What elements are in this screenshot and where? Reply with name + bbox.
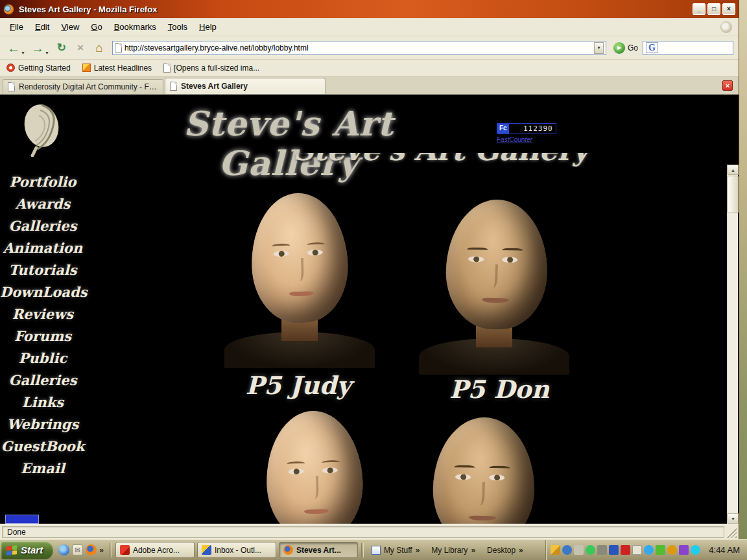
tray-icon[interactable] (621, 545, 630, 555)
tab-label: Steves Art Gallery (181, 82, 248, 91)
back-button[interactable]: ← ▼ (5, 40, 27, 56)
url-dropdown-icon[interactable]: ▼ (594, 42, 604, 54)
search-input[interactable] (661, 43, 730, 52)
url-input[interactable] (124, 43, 594, 52)
sidebar-item-tutorials[interactable]: Tutorials (0, 259, 86, 281)
sidebar-item-reviews[interactable]: Reviews (0, 303, 86, 325)
reload-button[interactable]: ↻ (53, 40, 70, 56)
partial-sidebar-element[interactable] (5, 515, 39, 524)
tab-renderosity[interactable]: Renderosity Digital Art Community - Foru… (3, 79, 163, 94)
tray-icon[interactable] (656, 545, 665, 555)
resize-grip[interactable] (726, 526, 737, 538)
windows-logo-icon (6, 545, 17, 555)
scroll-down-icon[interactable]: ▼ (728, 513, 739, 524)
tray-icon[interactable] (597, 545, 607, 555)
home-button[interactable]: ⌂ (91, 40, 108, 56)
sidebar-item-galleries[interactable]: Galleries (0, 215, 86, 237)
head-image-row2-right[interactable] (429, 417, 533, 524)
tab-steves-art-gallery[interactable]: Steves Art Gallery (165, 78, 326, 94)
sidebar-item-downloads[interactable]: DownLoads (0, 281, 86, 303)
forward-button[interactable]: → ▼ (29, 40, 51, 56)
head-image-row2-left[interactable] (263, 411, 366, 524)
sidebar-item-links[interactable]: Links (0, 391, 86, 414)
bookmark-label: Latest Headlines (94, 64, 152, 73)
firefox-quicklaunch-icon[interactable] (86, 544, 97, 555)
task-button-outlook[interactable]: Inbox - Outl... (197, 542, 276, 558)
toolbar-my-library[interactable]: My Library » (425, 546, 481, 555)
sidebar-item-forums[interactable]: Forums (0, 325, 86, 347)
quicklaunch-overflow-chevron-icon[interactable]: » (99, 546, 104, 555)
bookmark-latest-headlines[interactable]: Latest Headlines (82, 64, 152, 73)
close-tab-button[interactable]: × (722, 80, 733, 91)
task-button-adobe[interactable]: Adobe Acro... (115, 542, 195, 558)
menu-tools[interactable]: Tools (162, 19, 193, 34)
head-image-judy[interactable] (248, 193, 351, 368)
scroll-up-icon[interactable]: ▲ (728, 165, 739, 175)
sidebar-item-email[interactable]: Email (0, 458, 86, 480)
taskbar-grip[interactable] (361, 543, 364, 557)
toolbar-my-stuff[interactable]: My Stuff » (366, 546, 425, 555)
tray-icon[interactable] (574, 545, 584, 555)
bookmark-getting-started[interactable]: Getting Started (6, 64, 71, 73)
menu-help[interactable]: Help (193, 19, 222, 34)
sidebar-item-portfolio[interactable]: Portfolio (0, 171, 86, 193)
tray-icon[interactable] (632, 545, 642, 555)
maximize-button[interactable]: □ (707, 3, 720, 15)
bookmark-label: Getting Started (18, 64, 71, 73)
taskbar: Start ✉ » Adobe Acro... Inbox - Outl... … (0, 539, 747, 560)
tray-icon[interactable] (562, 545, 572, 555)
menu-bookmarks[interactable]: Bookmarks (108, 19, 162, 34)
url-bar[interactable]: ▼ (112, 41, 606, 55)
sidebar-item-galleries-2[interactable]: Galleries (0, 369, 86, 391)
start-button[interactable]: Start (1, 541, 53, 559)
tray-icon[interactable] (667, 545, 677, 555)
mail-quicklaunch-icon[interactable]: ✉ (72, 544, 83, 555)
close-button[interactable]: × (722, 3, 735, 15)
sidebar-item-webrings[interactable]: Webrings (0, 414, 86, 436)
head-image-don[interactable] (442, 200, 546, 375)
task-button-steves-art[interactable]: Steves Art... (279, 542, 358, 558)
sidebar-item-public[interactable]: Public (0, 347, 86, 369)
tray-icon[interactable] (691, 545, 700, 555)
menu-edit[interactable]: Edit (29, 19, 55, 34)
menu-file[interactable]: File (4, 19, 29, 34)
stop-button[interactable]: × (72, 40, 89, 56)
sidebar-item-guestbook[interactable]: GuestBook (0, 436, 86, 458)
browser-quicklaunch-icon[interactable] (58, 544, 69, 555)
toolbar-chevron-icon[interactable]: » (471, 546, 475, 555)
search-bar[interactable]: G (643, 41, 733, 55)
sidebar-item-animation[interactable]: Animation (0, 237, 86, 259)
title-bar[interactable]: Steves Art Gallery - Mozilla Firefox _ □… (0, 0, 739, 18)
outlook-icon (202, 545, 211, 555)
taskbar-clock[interactable]: 4:44 AM (705, 545, 747, 555)
fastcounter-link[interactable]: FastCounter (497, 136, 532, 143)
bookmark-opens-fullsized[interactable]: [Opens a full-sized ima... (163, 64, 259, 73)
go-button[interactable]: ▶ Go (611, 42, 641, 54)
back-dropdown-icon[interactable]: ▼ (21, 51, 25, 55)
tray-icon[interactable] (551, 545, 560, 555)
tab-favicon (8, 82, 15, 91)
scrollbar-thumb[interactable] (728, 176, 739, 213)
page-icon (163, 64, 171, 73)
sidebar-item-awards[interactable]: Awards (0, 193, 86, 215)
tray-icon[interactable] (644, 545, 654, 555)
toolbar-desktop[interactable]: Desktop » (481, 546, 529, 555)
toolbar-chevron-icon[interactable]: » (416, 546, 420, 555)
toolbar-chevron-icon[interactable]: » (519, 546, 523, 555)
go-icon: ▶ (613, 42, 625, 54)
counter-logo: Fc (497, 124, 509, 134)
tab-favicon (170, 82, 177, 91)
minimize-button[interactable]: _ (693, 3, 706, 15)
start-label: Start (21, 544, 43, 555)
bookmark-label: [Opens a full-sized ima... (174, 64, 259, 73)
vertical-scrollbar[interactable]: ▲ ▼ (727, 165, 738, 524)
tray-icon[interactable] (586, 545, 595, 555)
hit-counter: Fc 112390 (497, 123, 556, 134)
tray-icon[interactable] (679, 545, 689, 555)
tray-icon[interactable] (609, 545, 619, 555)
menu-go[interactable]: Go (85, 19, 108, 34)
forward-dropdown-icon[interactable]: ▼ (45, 51, 49, 55)
forward-icon: → (31, 41, 44, 55)
taskbar-grip[interactable] (110, 543, 112, 557)
menu-view[interactable]: View (55, 19, 85, 34)
